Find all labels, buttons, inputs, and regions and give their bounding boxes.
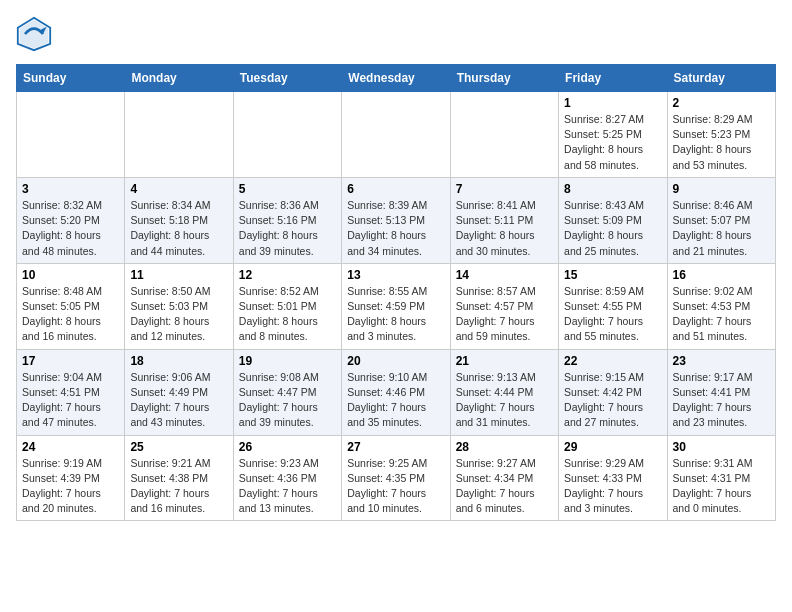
day-cell bbox=[233, 92, 341, 178]
day-cell: 17Sunrise: 9:04 AMSunset: 4:51 PMDayligh… bbox=[17, 349, 125, 435]
day-number: 10 bbox=[22, 268, 119, 282]
day-cell: 11Sunrise: 8:50 AMSunset: 5:03 PMDayligh… bbox=[125, 263, 233, 349]
day-number: 8 bbox=[564, 182, 661, 196]
day-number: 21 bbox=[456, 354, 553, 368]
day-number: 7 bbox=[456, 182, 553, 196]
day-info: Sunrise: 8:29 AMSunset: 5:23 PMDaylight:… bbox=[673, 112, 770, 173]
day-cell: 24Sunrise: 9:19 AMSunset: 4:39 PMDayligh… bbox=[17, 435, 125, 521]
day-info: Sunrise: 8:32 AMSunset: 5:20 PMDaylight:… bbox=[22, 198, 119, 259]
day-cell: 27Sunrise: 9:25 AMSunset: 4:35 PMDayligh… bbox=[342, 435, 450, 521]
day-cell: 26Sunrise: 9:23 AMSunset: 4:36 PMDayligh… bbox=[233, 435, 341, 521]
day-number: 28 bbox=[456, 440, 553, 454]
day-cell: 14Sunrise: 8:57 AMSunset: 4:57 PMDayligh… bbox=[450, 263, 558, 349]
week-row-2: 3Sunrise: 8:32 AMSunset: 5:20 PMDaylight… bbox=[17, 177, 776, 263]
week-row-5: 24Sunrise: 9:19 AMSunset: 4:39 PMDayligh… bbox=[17, 435, 776, 521]
page-header bbox=[16, 16, 776, 52]
day-cell: 28Sunrise: 9:27 AMSunset: 4:34 PMDayligh… bbox=[450, 435, 558, 521]
day-info: Sunrise: 9:06 AMSunset: 4:49 PMDaylight:… bbox=[130, 370, 227, 431]
day-number: 19 bbox=[239, 354, 336, 368]
day-number: 23 bbox=[673, 354, 770, 368]
day-info: Sunrise: 8:43 AMSunset: 5:09 PMDaylight:… bbox=[564, 198, 661, 259]
day-number: 3 bbox=[22, 182, 119, 196]
day-cell: 12Sunrise: 8:52 AMSunset: 5:01 PMDayligh… bbox=[233, 263, 341, 349]
day-number: 29 bbox=[564, 440, 661, 454]
weekday-header-monday: Monday bbox=[125, 65, 233, 92]
weekday-header-wednesday: Wednesday bbox=[342, 65, 450, 92]
week-row-3: 10Sunrise: 8:48 AMSunset: 5:05 PMDayligh… bbox=[17, 263, 776, 349]
day-number: 14 bbox=[456, 268, 553, 282]
weekday-header-sunday: Sunday bbox=[17, 65, 125, 92]
day-info: Sunrise: 8:34 AMSunset: 5:18 PMDaylight:… bbox=[130, 198, 227, 259]
day-info: Sunrise: 9:23 AMSunset: 4:36 PMDaylight:… bbox=[239, 456, 336, 517]
day-cell bbox=[342, 92, 450, 178]
day-number: 17 bbox=[22, 354, 119, 368]
day-cell: 18Sunrise: 9:06 AMSunset: 4:49 PMDayligh… bbox=[125, 349, 233, 435]
day-number: 24 bbox=[22, 440, 119, 454]
day-cell: 4Sunrise: 8:34 AMSunset: 5:18 PMDaylight… bbox=[125, 177, 233, 263]
day-cell: 16Sunrise: 9:02 AMSunset: 4:53 PMDayligh… bbox=[667, 263, 775, 349]
day-info: Sunrise: 8:39 AMSunset: 5:13 PMDaylight:… bbox=[347, 198, 444, 259]
day-info: Sunrise: 8:41 AMSunset: 5:11 PMDaylight:… bbox=[456, 198, 553, 259]
day-cell bbox=[450, 92, 558, 178]
day-number: 6 bbox=[347, 182, 444, 196]
weekday-header-friday: Friday bbox=[559, 65, 667, 92]
day-info: Sunrise: 9:31 AMSunset: 4:31 PMDaylight:… bbox=[673, 456, 770, 517]
day-cell: 9Sunrise: 8:46 AMSunset: 5:07 PMDaylight… bbox=[667, 177, 775, 263]
day-number: 1 bbox=[564, 96, 661, 110]
day-cell: 30Sunrise: 9:31 AMSunset: 4:31 PMDayligh… bbox=[667, 435, 775, 521]
weekday-header-saturday: Saturday bbox=[667, 65, 775, 92]
day-number: 18 bbox=[130, 354, 227, 368]
day-cell: 8Sunrise: 8:43 AMSunset: 5:09 PMDaylight… bbox=[559, 177, 667, 263]
day-info: Sunrise: 9:10 AMSunset: 4:46 PMDaylight:… bbox=[347, 370, 444, 431]
weekday-header-row: SundayMondayTuesdayWednesdayThursdayFrid… bbox=[17, 65, 776, 92]
day-info: Sunrise: 9:17 AMSunset: 4:41 PMDaylight:… bbox=[673, 370, 770, 431]
day-cell: 25Sunrise: 9:21 AMSunset: 4:38 PMDayligh… bbox=[125, 435, 233, 521]
day-info: Sunrise: 9:13 AMSunset: 4:44 PMDaylight:… bbox=[456, 370, 553, 431]
weekday-header-thursday: Thursday bbox=[450, 65, 558, 92]
day-number: 15 bbox=[564, 268, 661, 282]
day-number: 2 bbox=[673, 96, 770, 110]
day-info: Sunrise: 9:02 AMSunset: 4:53 PMDaylight:… bbox=[673, 284, 770, 345]
day-cell: 21Sunrise: 9:13 AMSunset: 4:44 PMDayligh… bbox=[450, 349, 558, 435]
week-row-4: 17Sunrise: 9:04 AMSunset: 4:51 PMDayligh… bbox=[17, 349, 776, 435]
day-info: Sunrise: 9:04 AMSunset: 4:51 PMDaylight:… bbox=[22, 370, 119, 431]
day-cell: 15Sunrise: 8:59 AMSunset: 4:55 PMDayligh… bbox=[559, 263, 667, 349]
day-info: Sunrise: 9:15 AMSunset: 4:42 PMDaylight:… bbox=[564, 370, 661, 431]
day-info: Sunrise: 9:25 AMSunset: 4:35 PMDaylight:… bbox=[347, 456, 444, 517]
day-cell: 6Sunrise: 8:39 AMSunset: 5:13 PMDaylight… bbox=[342, 177, 450, 263]
day-cell: 13Sunrise: 8:55 AMSunset: 4:59 PMDayligh… bbox=[342, 263, 450, 349]
day-info: Sunrise: 8:57 AMSunset: 4:57 PMDaylight:… bbox=[456, 284, 553, 345]
day-info: Sunrise: 8:55 AMSunset: 4:59 PMDaylight:… bbox=[347, 284, 444, 345]
week-row-1: 1Sunrise: 8:27 AMSunset: 5:25 PMDaylight… bbox=[17, 92, 776, 178]
day-cell: 7Sunrise: 8:41 AMSunset: 5:11 PMDaylight… bbox=[450, 177, 558, 263]
day-info: Sunrise: 9:19 AMSunset: 4:39 PMDaylight:… bbox=[22, 456, 119, 517]
day-number: 4 bbox=[130, 182, 227, 196]
day-number: 13 bbox=[347, 268, 444, 282]
day-cell: 19Sunrise: 9:08 AMSunset: 4:47 PMDayligh… bbox=[233, 349, 341, 435]
day-cell bbox=[125, 92, 233, 178]
day-cell: 20Sunrise: 9:10 AMSunset: 4:46 PMDayligh… bbox=[342, 349, 450, 435]
day-number: 20 bbox=[347, 354, 444, 368]
day-info: Sunrise: 8:52 AMSunset: 5:01 PMDaylight:… bbox=[239, 284, 336, 345]
day-number: 12 bbox=[239, 268, 336, 282]
day-info: Sunrise: 9:08 AMSunset: 4:47 PMDaylight:… bbox=[239, 370, 336, 431]
day-number: 16 bbox=[673, 268, 770, 282]
day-number: 25 bbox=[130, 440, 227, 454]
day-number: 9 bbox=[673, 182, 770, 196]
day-number: 26 bbox=[239, 440, 336, 454]
day-info: Sunrise: 8:46 AMSunset: 5:07 PMDaylight:… bbox=[673, 198, 770, 259]
day-info: Sunrise: 8:27 AMSunset: 5:25 PMDaylight:… bbox=[564, 112, 661, 173]
day-info: Sunrise: 8:59 AMSunset: 4:55 PMDaylight:… bbox=[564, 284, 661, 345]
day-cell: 3Sunrise: 8:32 AMSunset: 5:20 PMDaylight… bbox=[17, 177, 125, 263]
day-cell bbox=[17, 92, 125, 178]
day-number: 11 bbox=[130, 268, 227, 282]
calendar-table: SundayMondayTuesdayWednesdayThursdayFrid… bbox=[16, 64, 776, 521]
day-cell: 1Sunrise: 8:27 AMSunset: 5:25 PMDaylight… bbox=[559, 92, 667, 178]
day-cell: 22Sunrise: 9:15 AMSunset: 4:42 PMDayligh… bbox=[559, 349, 667, 435]
day-cell: 5Sunrise: 8:36 AMSunset: 5:16 PMDaylight… bbox=[233, 177, 341, 263]
day-number: 22 bbox=[564, 354, 661, 368]
day-info: Sunrise: 9:21 AMSunset: 4:38 PMDaylight:… bbox=[130, 456, 227, 517]
day-cell: 29Sunrise: 9:29 AMSunset: 4:33 PMDayligh… bbox=[559, 435, 667, 521]
day-cell: 2Sunrise: 8:29 AMSunset: 5:23 PMDaylight… bbox=[667, 92, 775, 178]
day-cell: 23Sunrise: 9:17 AMSunset: 4:41 PMDayligh… bbox=[667, 349, 775, 435]
